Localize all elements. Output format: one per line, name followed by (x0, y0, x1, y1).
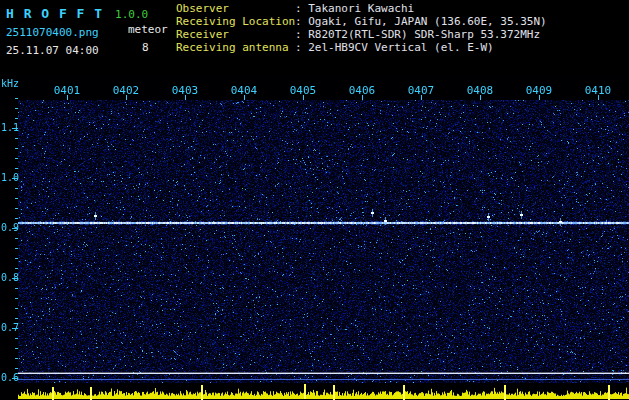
station-info: Observer: Takanori Kawachi Receiving Loc… (176, 2, 547, 54)
y-tick-label: 0.9 (1, 222, 18, 234)
info-label: Observer (176, 2, 295, 15)
app-title: H R O F F T (6, 6, 103, 21)
info-row-antenna: Receiving antenna: 2el-HB9CV Vertical (e… (176, 41, 547, 54)
output-filename: 2511070400.png (6, 26, 99, 39)
info-value: : 2el-HB9CV Vertical (el. E-W) (295, 41, 494, 54)
y-tick-label: 1.0 (1, 172, 18, 184)
y-tick-label: 1.1 (1, 122, 18, 134)
x-tick-label: 0408 (467, 84, 494, 97)
info-row-location: Receiving Location: Ogaki, Gifu, JAPAN (… (176, 15, 547, 28)
x-tick-label: 0410 (585, 84, 612, 97)
x-tick-label: 0405 (290, 84, 317, 97)
echo-count: 8 (142, 41, 149, 54)
info-label: Receiver (176, 28, 295, 41)
observation-mode: meteor (128, 23, 168, 36)
header-left: H R O F F T1.0.0 2511070400.png meteor 2… (6, 3, 176, 57)
y-tick-label: 0.7 (1, 322, 18, 334)
x-tick-label: 0407 (408, 84, 435, 97)
info-row-receiver: Receiver: R820T2(RTL-SDR) SDR-Sharp 53.3… (176, 28, 547, 41)
filename-line: 2511070400.png meteor (6, 21, 176, 39)
datetime-line: 25.11.07 04:00 8 (6, 39, 176, 57)
spectrogram-canvas (0, 75, 629, 400)
info-value: : R820T2(RTL-SDR) SDR-Sharp 53.372MHz (295, 28, 540, 41)
info-value: : Ogaki, Gifu, JAPAN (136.60E, 35.35N) (295, 15, 547, 28)
info-label: Receiving Location (176, 15, 295, 28)
x-tick-label: 0402 (113, 84, 140, 97)
x-tick-label: 0403 (172, 84, 199, 97)
info-label: Receiving antenna (176, 41, 295, 54)
x-tick-label: 0404 (231, 84, 258, 97)
x-tick-label: 0406 (349, 84, 376, 97)
y-axis-unit: kHz (1, 78, 19, 89)
x-tick-label: 0401 (54, 84, 81, 97)
observation-datetime: 25.11.07 04:00 (6, 44, 99, 57)
y-tick-label: 0.6 (1, 372, 18, 384)
app-title-line: H R O F F T1.0.0 (6, 3, 176, 21)
info-row-observer: Observer: Takanori Kawachi (176, 2, 547, 15)
app-version: 1.0.0 (115, 8, 148, 21)
x-tick-label: 0409 (526, 84, 553, 97)
hrofft-output-image: H R O F F T1.0.0 2511070400.png meteor 2… (0, 0, 629, 400)
y-tick-label: 0.8 (1, 272, 18, 284)
info-value: : Takanori Kawachi (295, 2, 414, 15)
